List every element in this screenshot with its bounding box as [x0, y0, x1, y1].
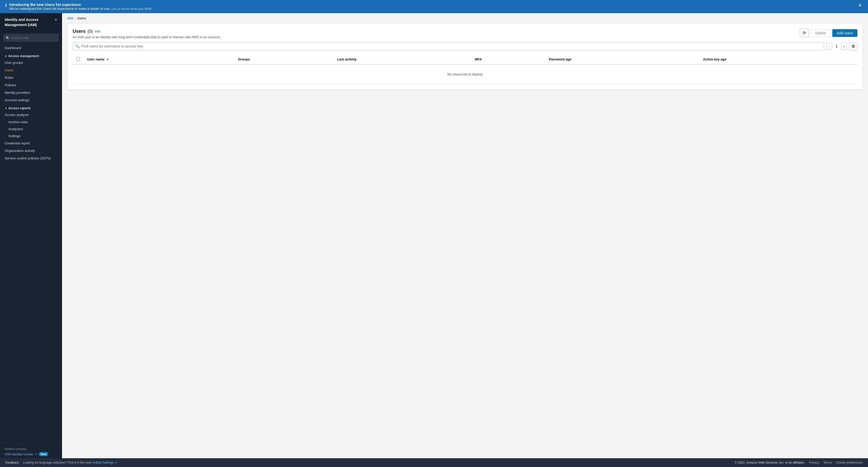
filter-bar: 🔍 ‹ 1 › ⚙: [73, 42, 858, 51]
sidebar-item-policies[interactable]: Policies: [0, 81, 62, 89]
pagination-controls: ‹ 1 ›: [826, 43, 847, 50]
username-column-header[interactable]: User name ▼: [84, 55, 235, 64]
empty-state-message: No resources to display: [73, 64, 858, 84]
privacy-link[interactable]: Privacy: [809, 461, 819, 464]
cookie-preferences-link[interactable]: Cookie preferences: [836, 461, 863, 464]
terms-link[interactable]: Terms: [823, 461, 832, 464]
iam-identity-center-label: IAM Identity Center: [5, 452, 33, 456]
info-banner: ℹ Introducing the new Users list experie…: [0, 0, 868, 13]
users-table: User name ▼ Groups Last activity MFA Pas…: [73, 55, 858, 84]
chevron-down-icon: ▼: [5, 55, 7, 58]
sidebar-item-access-analyzer[interactable]: Access analyzer: [0, 111, 62, 119]
related-consoles-section: Related consoles IAM Identity Center ↗ N…: [0, 443, 62, 458]
sidebar-nav: Dashboard ▼ Access management User group…: [0, 44, 62, 443]
select-all-column: [73, 55, 84, 64]
page-number: 1: [833, 43, 840, 49]
sidebar-item-user-groups[interactable]: User groups: [0, 59, 62, 66]
info-link[interactable]: Info: [95, 29, 100, 33]
delete-button[interactable]: Delete: [811, 29, 830, 37]
panel-actions: ⟳ Delete Add users: [800, 29, 858, 37]
search-icon: 🔍: [6, 36, 10, 40]
app-title: Identity and AccessManagement (IAM): [5, 17, 38, 27]
sidebar: Identity and AccessManagement (IAM) ✕ 🔍 …: [0, 13, 62, 458]
banner-close-button[interactable]: ✕: [857, 3, 863, 8]
panel-description: An IAM user is an identity with long-ter…: [73, 35, 221, 39]
sidebar-item-account-settings[interactable]: Account settings: [0, 96, 62, 104]
sidebar-item-archive-rules[interactable]: Archive rules: [0, 119, 62, 126]
sidebar-item-service-control-policies[interactable]: Service control policies (SCPs): [0, 155, 62, 162]
sidebar-item-identity-providers[interactable]: Identity providers: [0, 89, 62, 96]
panel-count: (0): [88, 29, 93, 34]
active-key-age-column-header[interactable]: Active key age: [700, 55, 858, 64]
footer-center-text: Looking for language selection? Find it …: [23, 461, 117, 464]
users-panel: Users (0) Info An IAM user is an identit…: [67, 23, 863, 90]
search-input[interactable]: [4, 34, 58, 42]
next-page-button[interactable]: ›: [841, 43, 847, 50]
banner-description: We've redesigned the Users list experien…: [9, 7, 854, 10]
sidebar-item-analyzers[interactable]: Analyzers: [0, 126, 62, 133]
breadcrumb-iam-link[interactable]: IAM: [67, 16, 73, 20]
sidebar-section-access-reports[interactable]: ▼ Access reports: [0, 104, 62, 111]
refresh-button[interactable]: ⟳: [800, 29, 809, 37]
footer: Feedback Looking for language selection?…: [0, 458, 868, 467]
last-activity-column-header[interactable]: Last activity: [334, 55, 471, 64]
external-link-icon: ↗: [35, 453, 37, 456]
feedback-button[interactable]: Feedback: [5, 461, 19, 464]
table-settings-button[interactable]: ⚙: [849, 42, 858, 51]
filter-search-icon: 🔍: [75, 44, 80, 48]
related-consoles-label: Related consoles: [5, 447, 57, 451]
sidebar-item-dashboard[interactable]: Dashboard: [0, 44, 62, 52]
sidebar-close-button[interactable]: ✕: [54, 17, 57, 22]
groups-column-header[interactable]: Groups: [235, 55, 334, 64]
panel-title-row: Users (0) Info: [73, 29, 221, 34]
panel-title: Users: [73, 29, 86, 34]
banner-link[interactable]: Let us know what you think.: [112, 7, 153, 10]
iam-identity-center-link[interactable]: IAM Identity Center ↗ New: [5, 452, 57, 456]
breadcrumb-separator: ›: [75, 16, 76, 20]
mfa-column-header[interactable]: MFA: [471, 55, 545, 64]
panel-header: Users (0) Info An IAM user is an identit…: [73, 29, 858, 39]
select-all-checkbox[interactable]: [76, 57, 80, 61]
footer-left: Feedback Looking for language selection?…: [5, 461, 117, 464]
sidebar-item-users[interactable]: Users: [0, 66, 62, 74]
chevron-down-icon-2: ▼: [5, 107, 7, 110]
copyright-text: © 2022, Amazon Web Services, Inc. or its…: [735, 461, 805, 464]
sidebar-section-access-management[interactable]: ▼ Access management: [0, 52, 62, 59]
info-icon: ℹ: [5, 3, 7, 8]
user-search-input[interactable]: [73, 42, 824, 51]
content-area: IAM › Users Users (0) Info An IAM user i…: [62, 13, 868, 458]
filter-search-container: 🔍: [73, 42, 824, 51]
panel-header-left: Users (0) Info An IAM user is an identit…: [73, 29, 221, 39]
banner-text: Introducing the new Users list experienc…: [9, 3, 854, 10]
sort-icon: ▼: [106, 58, 109, 61]
add-users-button[interactable]: Add users: [832, 29, 858, 37]
sidebar-header: Identity and AccessManagement (IAM) ✕: [0, 13, 62, 32]
prev-page-button[interactable]: ‹: [826, 43, 832, 50]
breadcrumb: IAM › Users: [62, 13, 868, 23]
new-badge: New: [39, 452, 48, 456]
table-header-row: User name ▼ Groups Last activity MFA Pas…: [73, 55, 858, 64]
empty-state-row: No resources to display: [73, 64, 858, 84]
unified-settings-link[interactable]: Unified Settings ↗: [92, 461, 117, 464]
sidebar-item-roles[interactable]: Roles: [0, 74, 62, 81]
banner-title: Introducing the new Users list experienc…: [9, 3, 854, 7]
sidebar-item-settings[interactable]: Settings: [0, 133, 62, 139]
password-age-column-header[interactable]: Password age: [545, 55, 699, 64]
sidebar-item-organization-activity[interactable]: Organization activity: [0, 147, 62, 155]
sidebar-search-container: 🔍: [0, 32, 62, 44]
footer-right: © 2022, Amazon Web Services, Inc. or its…: [735, 461, 863, 464]
sidebar-item-credential-report[interactable]: Credential report: [0, 139, 62, 147]
breadcrumb-current: Users: [77, 16, 86, 20]
